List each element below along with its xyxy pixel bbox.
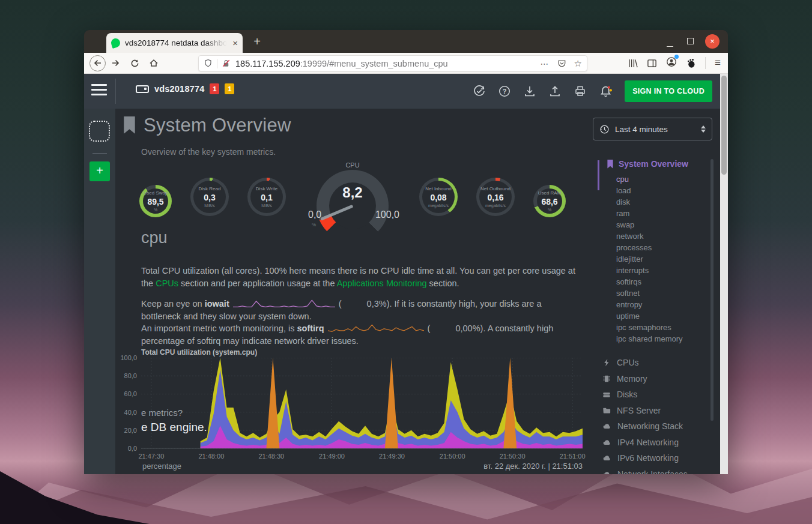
- browser-toolbar: 185.117.155.209:19999/#menu_system_subme…: [84, 53, 728, 74]
- sidebar-subitem-disk[interactable]: disk: [616, 196, 715, 208]
- gnome-extension-icon[interactable]: [686, 58, 696, 68]
- bookmark-star-icon[interactable]: ☆: [574, 58, 582, 69]
- time-range-label: Last 4 minutes: [615, 125, 695, 134]
- bookmark-icon: [607, 160, 614, 169]
- warning-alarms-badge[interactable]: 1: [225, 83, 234, 94]
- help-icon[interactable]: ?: [498, 85, 511, 98]
- divider: [217, 59, 217, 68]
- cpu-section-heading: cpu: [141, 229, 168, 247]
- url-bar[interactable]: 185.117.155.209:19999/#menu_system_subme…: [198, 55, 587, 71]
- active-section-indicator: [598, 160, 599, 190]
- gauge-cpu[interactable]: CPU8,20,0100,0%: [304, 164, 401, 230]
- sidebar-subitem-ipc-semaphores[interactable]: ipc semaphores: [616, 322, 715, 333]
- softirq-sparkline-chart[interactable]: [328, 322, 424, 334]
- sidebar-section-network-interfaces[interactable]: Network Interfaces: [602, 466, 715, 475]
- sidebar-subitem-network[interactable]: network: [616, 230, 715, 242]
- sidebar-subitem-softirqs[interactable]: softirqs: [616, 276, 715, 288]
- time-range-picker[interactable]: Last 4 minutes: [593, 118, 712, 140]
- bookmark-icon: [123, 116, 136, 134]
- add-node-button[interactable]: +: [89, 161, 110, 181]
- iowait-sparkline-chart[interactable]: [233, 297, 335, 309]
- sidebar-subitem-swap[interactable]: swap: [616, 219, 715, 230]
- insecure-lock-icon[interactable]: [222, 59, 231, 68]
- applications-monitoring-link[interactable]: Applications Monitoring: [337, 279, 427, 288]
- softirq-value: 0,00%: [455, 324, 480, 333]
- cpu-description: Total CPU utilization (all cores). 100% …: [141, 265, 583, 289]
- window-minimize-button[interactable]: [664, 37, 675, 46]
- browser-window: vds2018774 netdata dashboard × + ×: [84, 30, 728, 474]
- window-close-button[interactable]: ×: [705, 34, 720, 49]
- cpu-utilization-chart[interactable]: [141, 358, 583, 450]
- sidebar-subitem-uptime[interactable]: uptime: [616, 310, 715, 322]
- gauge-net-inbound[interactable]: Net Inbound0,08megabits/s: [419, 178, 458, 216]
- x-tick-label: 21:50:30: [500, 453, 526, 460]
- clipped-text-fragment: e DB engine.: [141, 421, 207, 434]
- gauge-disk-read[interactable]: Disk Read0,3MiB/s: [190, 178, 229, 216]
- sidebar-subitem-idlejitter[interactable]: idlejitter: [616, 253, 715, 265]
- sign-in-to-cloud-button[interactable]: SIGN IN TO CLOUD: [625, 80, 712, 102]
- tab-title: vds2018774 netdata dashboard: [125, 38, 230, 47]
- sidebar-scrollbar[interactable]: [710, 159, 714, 421]
- sidebar-subitem-entropy[interactable]: entropy: [616, 299, 715, 310]
- sidebar-subitem-load[interactable]: load: [616, 185, 715, 196]
- home-button[interactable]: [144, 58, 163, 68]
- library-icon[interactable]: [628, 58, 638, 68]
- sidebar-subitem-processes[interactable]: processes: [616, 242, 715, 253]
- sidebar-section-disks[interactable]: Disks: [602, 387, 715, 403]
- hostname[interactable]: vds2018774: [154, 84, 204, 94]
- gauge-disk-write[interactable]: Disk Write0,1MiB/s: [247, 178, 286, 216]
- tracking-shield-icon[interactable]: [204, 59, 213, 68]
- browser-tab[interactable]: vds2018774 netdata dashboard ×: [106, 33, 243, 53]
- url-text: 185.117.155.209:19999/#menu_system_subme…: [235, 59, 509, 68]
- sidebar-section-networking-stack[interactable]: Networking Stack: [602, 418, 715, 435]
- y-tick-label: 40,0: [107, 409, 137, 416]
- back-button[interactable]: [89, 55, 106, 71]
- sidebar-section-ipv4-networking[interactable]: IPv4 Networking: [602, 435, 715, 451]
- sidebar-section-system-overview[interactable]: System Overview: [598, 159, 715, 169]
- export-icon[interactable]: [548, 85, 562, 98]
- netdata-menu-icon[interactable]: [91, 84, 107, 98]
- sidebar-subitem-ipc-shared-memory[interactable]: ipc shared memory: [616, 333, 715, 345]
- import-icon[interactable]: [523, 85, 536, 98]
- svg-text:?: ?: [503, 88, 507, 95]
- node-selector-placeholder[interactable]: [89, 121, 110, 142]
- sidebar-toggle-icon[interactable]: [647, 58, 657, 68]
- reload-button[interactable]: [125, 59, 144, 68]
- alarms-bell-icon[interactable]: [599, 85, 613, 98]
- browser-tab-bar: vds2018774 netdata dashboard × + ×: [84, 30, 728, 53]
- node-icon: [136, 85, 149, 93]
- y-tick-label: 100,0: [107, 354, 137, 361]
- new-tab-button[interactable]: +: [247, 32, 267, 50]
- page-actions-icon[interactable]: ⋯: [541, 59, 550, 68]
- gauge-used-swap[interactable]: Used Swap89,5%: [139, 185, 172, 217]
- tab-close-icon[interactable]: ×: [230, 38, 238, 48]
- time-range-arrows-icon: [701, 125, 706, 133]
- sidebar-subitem-interrupts[interactable]: interrupts: [616, 265, 715, 276]
- gauge-net-outbound[interactable]: Net Outbound0,16megabits/s: [476, 178, 515, 216]
- update-check-icon[interactable]: [473, 85, 486, 98]
- chart-datetime-label: вт. 22 дек. 2020 г. | 21:51:03: [141, 462, 583, 471]
- account-icon[interactable]: [666, 56, 677, 70]
- window-maximize-button[interactable]: [685, 37, 695, 46]
- cpus-link[interactable]: CPUs: [156, 279, 178, 288]
- sidebar-subitem-softnet[interactable]: softnet: [616, 288, 715, 299]
- sidebar-section-cpus[interactable]: CPUs: [602, 355, 715, 371]
- y-tick-label: 60,0: [107, 390, 137, 397]
- print-icon[interactable]: [574, 85, 587, 98]
- sidebar-subitem-cpu[interactable]: cpu: [616, 173, 715, 185]
- page-title: System Overview: [144, 115, 291, 136]
- sidebar-subitem-ram[interactable]: ram: [616, 208, 715, 219]
- gauge-used-ram[interactable]: Used RAM68,6%: [533, 185, 566, 217]
- account-notification-dot: [674, 55, 679, 59]
- critical-alarms-badge[interactable]: 1: [210, 83, 219, 94]
- forward-button[interactable]: [106, 58, 125, 68]
- sidebar-section-nfs-server[interactable]: NFS Server: [602, 403, 715, 419]
- pocket-icon[interactable]: [557, 59, 566, 68]
- sidebar-section-ipv6-networking[interactable]: IPv6 Networking: [602, 450, 715, 466]
- gauges-row: Used Swap89,5%Disk Read0,3MiB/sDisk Writ…: [139, 164, 662, 230]
- netdata-navbar: vds2018774 1 1 ? SIGN IN TO CLOUD: [84, 74, 728, 109]
- page-scrollbar[interactable]: [720, 74, 728, 474]
- browser-menu-icon[interactable]: ≡: [715, 57, 721, 69]
- scrollbar-thumb[interactable]: [721, 76, 727, 175]
- sidebar-section-memory[interactable]: Memory: [602, 371, 715, 387]
